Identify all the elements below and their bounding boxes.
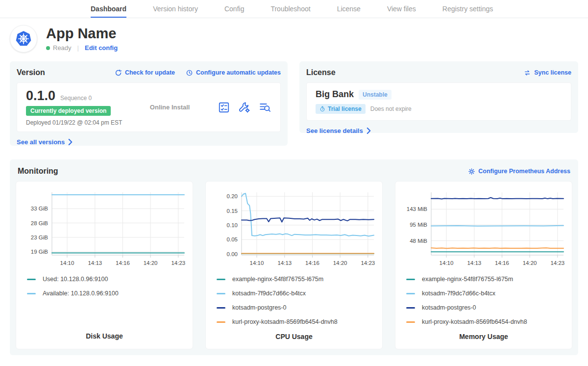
chart-legend: example-nginx-54f8f76755-l675mkotsadm-7f… bbox=[399, 270, 568, 333]
legend-item: example-nginx-54f8f76755-l675m bbox=[217, 276, 378, 283]
divider: | bbox=[77, 44, 79, 52]
legend-label: kotsadm-postgres-0 bbox=[422, 304, 476, 311]
license-card-title: License bbox=[306, 68, 336, 77]
legend-item: kurl-proxy-kotsadm-8569fb6454-dnvh8 bbox=[217, 318, 378, 325]
svg-text:0.15: 0.15 bbox=[227, 208, 238, 214]
chart-title: Disk Usage bbox=[20, 332, 189, 342]
legend-label: kotsadm-7f9dc7d66c-b4tcx bbox=[422, 290, 495, 297]
legend-item: example-nginx-54f8f76755-l675m bbox=[406, 276, 568, 283]
svg-text:14:16: 14:16 bbox=[495, 260, 509, 266]
svg-text:14:20: 14:20 bbox=[523, 260, 537, 266]
svg-text:19 GiB: 19 GiB bbox=[31, 249, 48, 255]
legend-label: Used: 10.128.0.96:9100 bbox=[43, 276, 108, 283]
svg-text:14:20: 14:20 bbox=[333, 260, 347, 266]
chart-legend: example-nginx-54f8f76755-l675mkotsadm-7f… bbox=[210, 270, 378, 333]
preflight-checklist-icon[interactable] bbox=[218, 101, 230, 114]
svg-text:14:23: 14:23 bbox=[550, 260, 564, 266]
legend-item: kotsadm-postgres-0 bbox=[406, 304, 568, 311]
sequence-label: Sequence 0 bbox=[60, 95, 92, 102]
disk-usage-card: 19 GiB23 GiB28 GiB33 GiB14:1014:1314:161… bbox=[16, 181, 193, 349]
legend-item: Used: 10.128.0.96:9100 bbox=[27, 276, 189, 283]
check-for-update-button[interactable]: Check for update bbox=[115, 69, 175, 77]
tab-registry-settings[interactable]: Registry settings bbox=[442, 0, 493, 18]
configure-auto-updates-button[interactable]: Configure automatic updates bbox=[186, 69, 281, 77]
monitoring-title: Monitoring bbox=[18, 167, 58, 176]
legend-label: kotsadm-7f9dc7d66c-b4tcx bbox=[232, 290, 306, 297]
chart-title: CPU Usage bbox=[210, 333, 378, 342]
svg-text:33 GiB: 33 GiB bbox=[31, 206, 48, 211]
legend-label: kurl-proxy-kotsadm-8569fb6454-dnvh8 bbox=[232, 318, 338, 325]
cpu-usage-card: 0.000.050.100.150.2014:1014:1314:1614:20… bbox=[205, 181, 383, 349]
refresh-icon bbox=[115, 69, 122, 77]
version-number: 0.1.0 bbox=[26, 88, 55, 104]
legend-dash-icon bbox=[217, 321, 225, 323]
install-type-label: Online Install bbox=[122, 104, 218, 111]
tab-view-files[interactable]: View files bbox=[387, 0, 416, 18]
tab-troubleshoot[interactable]: Troubleshoot bbox=[270, 0, 310, 18]
legend-dash-icon bbox=[406, 307, 415, 309]
license-type-badge: Trial license bbox=[316, 104, 366, 114]
see-license-details-link[interactable]: See license details bbox=[306, 127, 371, 134]
legend-dash-icon bbox=[406, 293, 415, 294]
legend-item: Available: 10.128.0.96:9100 bbox=[27, 290, 189, 297]
tab-dashboard[interactable]: Dashboard bbox=[91, 0, 126, 18]
expiry-label: Does not expire bbox=[370, 105, 412, 112]
legend-label: kurl-proxy-kotsadm-8569fb6454-dnvh8 bbox=[422, 318, 527, 325]
app-logo bbox=[10, 25, 37, 52]
svg-text:95 MiB: 95 MiB bbox=[410, 222, 427, 228]
tab-version-history[interactable]: Version history bbox=[153, 0, 198, 18]
view-logs-icon[interactable] bbox=[259, 101, 271, 114]
svg-text:0.20: 0.20 bbox=[227, 193, 238, 199]
legend-item: kotsadm-7f9dc7d66c-b4tcx bbox=[406, 290, 568, 297]
kubernetes-icon bbox=[14, 29, 33, 48]
svg-text:14:10: 14:10 bbox=[440, 260, 454, 266]
svg-text:14:10: 14:10 bbox=[250, 260, 264, 266]
sync-license-button[interactable]: Sync license bbox=[523, 69, 571, 77]
monitoring-panel: Monitoring Configure Prometheus Address … bbox=[10, 159, 578, 355]
configure-prometheus-button[interactable]: Configure Prometheus Address bbox=[468, 168, 570, 175]
legend-dash-icon bbox=[27, 293, 36, 294]
chevron-right-icon bbox=[68, 139, 73, 145]
cpu-usage-chart: 0.000.050.100.150.2014:1014:1314:1614:20… bbox=[211, 187, 377, 270]
version-card: Version Check for update Configure autom… bbox=[10, 61, 288, 146]
disk-usage-chart: 19 GiB23 GiB28 GiB33 GiB14:1014:1314:161… bbox=[22, 187, 187, 270]
config-wrench-icon[interactable] bbox=[238, 101, 251, 114]
memory-usage-chart: 48 MiB95 MiB143 MiB14:1014:1314:1614:201… bbox=[401, 187, 566, 270]
tab-config[interactable]: Config bbox=[224, 0, 244, 18]
legend-label: example-nginx-54f8f76755-l675m bbox=[232, 276, 323, 283]
status-badge: Ready bbox=[53, 44, 72, 52]
svg-text:14:13: 14:13 bbox=[88, 260, 102, 266]
legend-label: Available: 10.128.0.96:9100 bbox=[43, 290, 119, 297]
channel-badge: Unstable bbox=[359, 90, 392, 100]
legend-dash-icon bbox=[406, 321, 415, 323]
legend-dash-icon bbox=[217, 279, 225, 280]
svg-text:23 GiB: 23 GiB bbox=[31, 235, 48, 240]
stopwatch-icon bbox=[319, 106, 325, 112]
svg-text:48 MiB: 48 MiB bbox=[410, 238, 427, 244]
svg-text:0.05: 0.05 bbox=[227, 236, 238, 242]
chevron-right-icon bbox=[367, 128, 371, 134]
page-title: App Name bbox=[46, 26, 118, 42]
svg-text:0.00: 0.00 bbox=[227, 251, 238, 257]
svg-text:14:10: 14:10 bbox=[60, 260, 74, 266]
top-nav: DashboardVersion historyConfigTroublesho… bbox=[0, 0, 588, 18]
status-dot bbox=[46, 46, 50, 50]
svg-text:14:13: 14:13 bbox=[467, 260, 481, 266]
legend-dash-icon bbox=[27, 279, 36, 280]
license-card: License Sync license Big Bank Unstable bbox=[299, 61, 578, 133]
chart-legend: Used: 10.128.0.96:9100Available: 10.128.… bbox=[20, 270, 189, 332]
svg-text:14:16: 14:16 bbox=[305, 260, 319, 266]
version-card-title: Version bbox=[17, 68, 45, 77]
legend-item: kotsadm-postgres-0 bbox=[217, 304, 378, 311]
tab-license[interactable]: License bbox=[337, 0, 361, 18]
svg-text:0.10: 0.10 bbox=[227, 222, 238, 228]
chart-title: Memory Usage bbox=[399, 333, 568, 342]
legend-dash-icon bbox=[217, 307, 225, 309]
deployed-timestamp: Deployed 01/19/22 @ 02:04 pm EST bbox=[26, 119, 122, 126]
see-all-versions-link[interactable]: See all versions bbox=[17, 138, 73, 146]
legend-item: kurl-proxy-kotsadm-8569fb6454-dnvh8 bbox=[406, 318, 568, 325]
edit-config-link[interactable]: Edit config bbox=[85, 44, 118, 52]
svg-text:14:16: 14:16 bbox=[116, 260, 130, 266]
legend-item: kotsadm-7f9dc7d66c-b4tcx bbox=[217, 290, 378, 297]
svg-text:14:13: 14:13 bbox=[277, 260, 292, 266]
